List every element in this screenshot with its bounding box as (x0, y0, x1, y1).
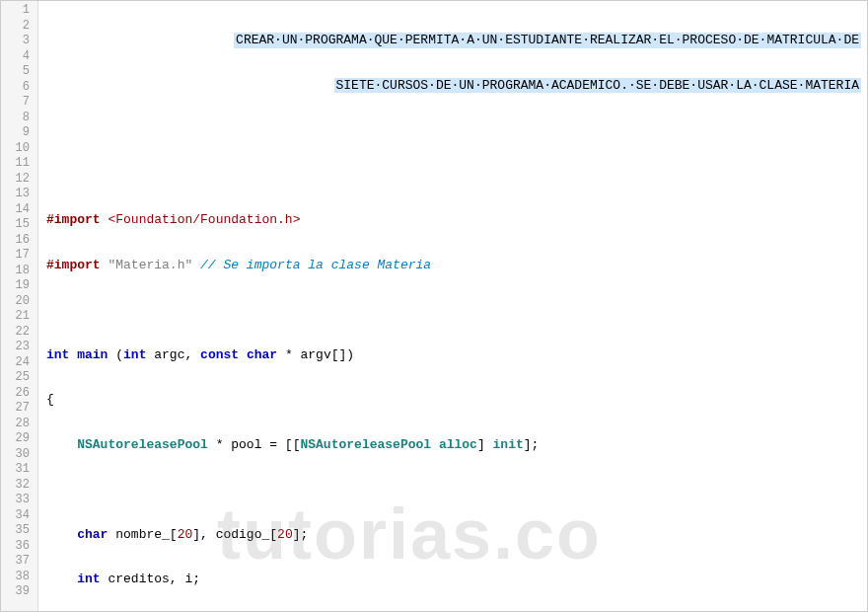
line-number: 4 (1, 49, 37, 65)
line-number: 26 (1, 386, 37, 402)
line-number: 8 (1, 111, 37, 126)
line-number: 24 (1, 355, 37, 371)
line-number: 7 (1, 95, 37, 111)
line-number: 31 (1, 462, 37, 478)
line-number: 37 (1, 554, 37, 570)
code-line: char nombre_[20], codigo_[20]; (46, 527, 867, 543)
line-number: 25 (1, 370, 37, 386)
code-editor[interactable]: 1234567891011121314151617181920212223242… (0, 0, 868, 612)
code-line (46, 168, 867, 184)
line-number: 19 (1, 278, 37, 294)
line-number: 33 (1, 493, 37, 508)
code-line (46, 302, 867, 318)
line-number: 2 (1, 19, 37, 35)
code-line: NSAutoreleasePool * pool = [[NSAutorelea… (46, 437, 867, 453)
line-number: 39 (1, 584, 37, 600)
header-comment-line: CREAR·UN·PROGRAMA·QUE·PERMITA·A·UN·ESTUD… (46, 33, 867, 48)
line-number: 18 (1, 264, 37, 279)
code-line (46, 482, 867, 497)
line-number: 38 (1, 570, 37, 585)
line-number: 27 (1, 401, 37, 417)
code-line: int main (int argc, const char * argv[]) (46, 347, 867, 363)
line-number: 23 (1, 340, 37, 355)
code-line (46, 122, 867, 138)
code-line: #import "Materia.h" // Se importa la cla… (46, 258, 867, 273)
line-number: 9 (1, 125, 37, 141)
line-number: 6 (1, 80, 37, 96)
header-comment-line: SIETE·CURSOS·DE·UN·PROGRAMA·ACADEMICO.·S… (46, 78, 867, 94)
line-number: 1 (1, 3, 37, 19)
line-number: 15 (1, 217, 37, 233)
selected-text: CREAR·UN·PROGRAMA·QUE·PERMITA·A·UN·ESTUD… (234, 33, 861, 48)
line-number: 10 (1, 141, 37, 157)
code-line: #import <Foundation/Foundation.h> (46, 212, 867, 228)
line-number: 35 (1, 523, 37, 539)
line-number: 12 (1, 172, 37, 188)
line-number: 13 (1, 187, 37, 202)
line-number: 28 (1, 417, 37, 432)
code-area[interactable]: CREAR·UN·PROGRAMA·QUE·PERMITA·A·UN·ESTUD… (38, 1, 867, 611)
line-number: 5 (1, 64, 37, 80)
line-number: 21 (1, 309, 37, 325)
line-number: 34 (1, 508, 37, 524)
code-line: int creditos, i; (46, 572, 867, 587)
line-number: 20 (1, 294, 37, 310)
line-number: 30 (1, 447, 37, 463)
line-number: 17 (1, 248, 37, 264)
line-number: 3 (1, 34, 37, 49)
code-line: { (46, 392, 867, 408)
line-number: 11 (1, 156, 37, 172)
line-number: 32 (1, 478, 37, 494)
line-number: 22 (1, 325, 37, 341)
line-number: 16 (1, 233, 37, 249)
line-number: 14 (1, 202, 37, 218)
line-number: 29 (1, 431, 37, 447)
selected-text: SIETE·CURSOS·DE·UN·PROGRAMA·ACADEMICO.·S… (334, 78, 862, 94)
line-number: 36 (1, 539, 37, 555)
line-number-gutter: 1234567891011121314151617181920212223242… (1, 1, 38, 611)
